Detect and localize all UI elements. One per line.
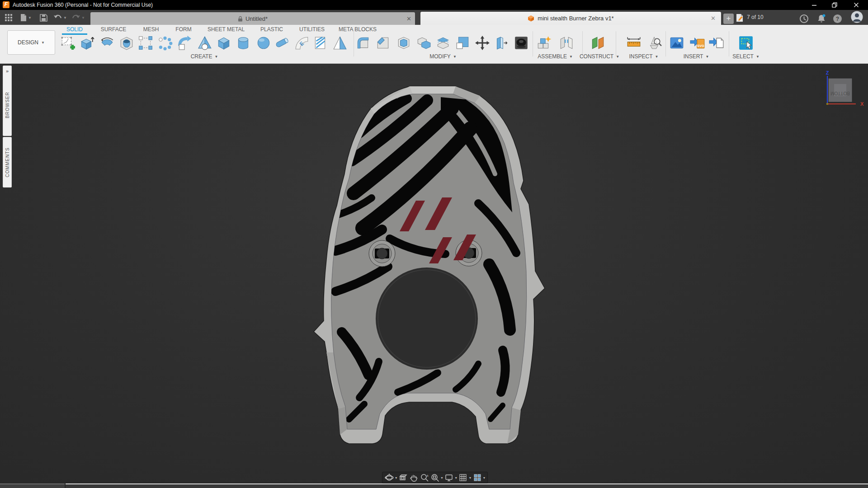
help-button[interactable]: ? (833, 13, 842, 24)
tab-solid[interactable]: SOLID (66, 26, 83, 33)
create-group-menu[interactable]: CREATE▼ (191, 53, 218, 60)
new-component-button[interactable] (536, 35, 552, 51)
fit-button[interactable] (429, 473, 440, 483)
zoom-button[interactable]: ± (419, 473, 429, 483)
sphere-button[interactable] (256, 35, 271, 51)
redo-button[interactable]: ▼ (71, 12, 85, 23)
notifications-button[interactable] (816, 13, 826, 24)
pipe-button[interactable] (274, 35, 289, 51)
redo-icon (71, 14, 80, 21)
circular-pattern-button[interactable] (157, 35, 173, 51)
grid-and-snaps-button[interactable] (458, 473, 468, 483)
split-body-button[interactable] (455, 35, 470, 51)
app-grid-button[interactable] (5, 12, 13, 23)
canvas-button[interactable] (669, 35, 684, 51)
fillet-button[interactable] (355, 35, 371, 51)
tab-meta-blocks[interactable]: META BLOCKS (339, 26, 377, 33)
viewports-caret-icon[interactable]: ▼ (482, 476, 486, 479)
tab-untitled-close-icon[interactable]: ✕ (406, 15, 411, 22)
tab-untitled[interactable]: Untitled* ✕ (90, 12, 415, 25)
tab-utilities[interactable]: UTILITIES (299, 26, 325, 33)
browser-tab-label: BROWSER (5, 92, 10, 118)
user-avatar[interactable] (851, 11, 863, 22)
timeline-controls-strip[interactable] (0, 483, 65, 488)
maximize-button[interactable] (824, 0, 844, 10)
tab-plastic[interactable]: PLASTIC (260, 26, 283, 33)
viewport-3d[interactable]: » BROWSER COMMENTS BOTTOM Z X ▼ ± ▼ (0, 64, 868, 488)
tab-mesh[interactable]: MESH (143, 26, 159, 33)
select-button[interactable] (738, 35, 754, 51)
select-icon (738, 35, 754, 51)
close-button[interactable] (844, 0, 868, 10)
grid-caret-icon[interactable]: ▼ (468, 476, 472, 479)
file-menu-button[interactable]: ▼ (20, 12, 32, 23)
construct-group-menu[interactable]: CONSTRUCT▼ (580, 53, 619, 60)
notification-dot (823, 14, 826, 17)
thicken-button[interactable] (332, 35, 348, 51)
component-cube-icon (528, 15, 534, 22)
pan-button[interactable] (409, 473, 419, 483)
emboss-button[interactable]: E (294, 35, 310, 51)
modify-group-menu[interactable]: MODIFY▼ (429, 53, 457, 60)
tab-document[interactable]: mini stealth Burner Zebra v1* ✕ (420, 12, 721, 25)
insert-group-menu[interactable]: INSERT▼ (684, 53, 709, 60)
select-group-label: SELECT (732, 53, 754, 60)
job-history-button[interactable] (799, 13, 809, 24)
cylinder-button[interactable] (236, 35, 251, 51)
viewports-button[interactable] (472, 473, 482, 483)
view-cube[interactable]: BOTTOM Z X (809, 70, 868, 109)
undo-icon (53, 14, 62, 21)
orbit-caret-icon[interactable]: ▼ (394, 476, 398, 479)
sidebar-tab-browser[interactable]: » BROWSER (3, 66, 12, 136)
insert-svg-icon: SVG (690, 35, 705, 51)
box-button[interactable] (216, 35, 231, 51)
workspace-switcher[interactable]: DESIGN ▼ (7, 30, 55, 55)
tab-document-close-icon[interactable]: ✕ (711, 15, 716, 22)
measure-button[interactable] (626, 35, 642, 51)
mirror-button[interactable] (177, 35, 192, 51)
timeline-track-strip[interactable] (66, 483, 868, 488)
insert-svg-button[interactable]: SVG (690, 35, 705, 51)
rib-button[interactable] (312, 35, 328, 51)
new-tab-button[interactable]: + (723, 14, 734, 24)
save-button[interactable] (40, 12, 47, 23)
look-at-button[interactable] (398, 473, 408, 483)
hole-button[interactable] (119, 35, 134, 51)
ribbon-separator (354, 31, 354, 56)
sidebar-tab-comments[interactable]: COMMENTS (3, 137, 12, 188)
tab-form[interactable]: FORM (175, 26, 191, 33)
fit-caret-icon[interactable]: ▼ (440, 476, 444, 479)
assemble-group-menu[interactable]: ASSEMBLE▼ (538, 53, 573, 60)
create-sketch-button[interactable] (60, 35, 75, 51)
create-sketch-icon (60, 35, 75, 51)
move-copy-button[interactable] (475, 35, 490, 51)
insert-mesh-button[interactable] (709, 35, 724, 51)
minimize-button[interactable] (804, 0, 824, 10)
shell-button[interactable] (396, 35, 411, 51)
display-settings-button[interactable] (443, 473, 454, 483)
orbit-button[interactable] (384, 473, 394, 483)
tab-sheet-metal[interactable]: SHEET METAL (208, 26, 245, 33)
offset-face-button[interactable] (435, 35, 451, 51)
undo-button[interactable]: ▼ (53, 12, 67, 23)
job-status-button[interactable] (736, 12, 744, 23)
revolve-button[interactable] (99, 35, 115, 51)
offset-plane-button[interactable] (590, 35, 605, 51)
extrude-button[interactable] (79, 35, 94, 51)
rib-icon (312, 35, 328, 51)
chamfer-button[interactable] (375, 35, 391, 51)
loft-button[interactable] (197, 35, 212, 51)
align-button[interactable] (493, 35, 509, 51)
inspect-group-menu[interactable]: INSPECT▼ (629, 53, 659, 60)
expand-panel-icon[interactable]: » (6, 68, 9, 74)
tab-surface[interactable]: SURFACE (101, 26, 127, 33)
appearance-button[interactable] (514, 35, 529, 51)
zebra-model[interactable] (314, 86, 545, 444)
display-settings-caret-icon[interactable]: ▼ (454, 476, 458, 479)
section-analysis-button[interactable] (646, 35, 662, 51)
joint-button[interactable] (559, 35, 574, 51)
rectangular-pattern-button[interactable] (138, 35, 153, 51)
svg-text:±: ± (426, 474, 429, 478)
select-group-menu[interactable]: SELECT▼ (732, 53, 760, 60)
combine-button[interactable] (416, 35, 431, 51)
